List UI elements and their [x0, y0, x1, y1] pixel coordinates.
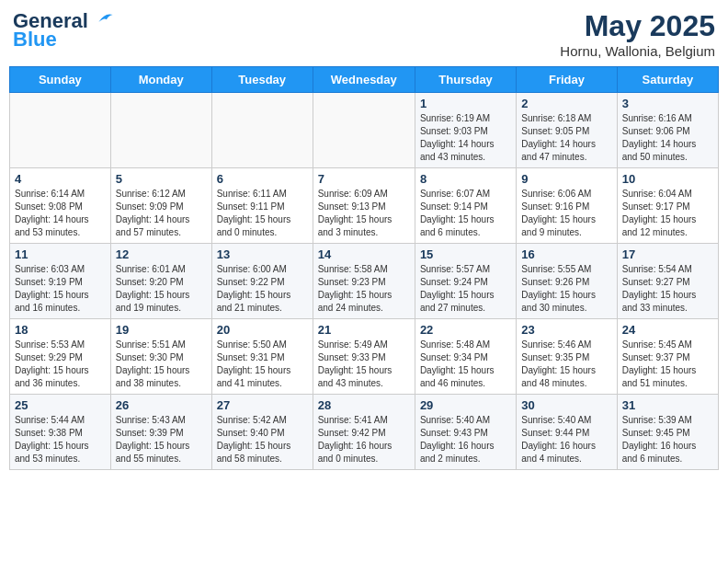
weekday-header-row: SundayMondayTuesdayWednesdayThursdayFrid… [10, 67, 719, 93]
day-info: Sunrise: 5:40 AM Sunset: 9:44 PM Dayligh… [521, 414, 611, 465]
calendar-day-cell: 7Sunrise: 6:09 AM Sunset: 9:13 PM Daylig… [313, 168, 415, 244]
day-info: Sunrise: 5:43 AM Sunset: 9:39 PM Dayligh… [116, 414, 207, 465]
day-info: Sunrise: 5:40 AM Sunset: 9:43 PM Dayligh… [420, 414, 511, 465]
day-info: Sunrise: 6:11 AM Sunset: 9:11 PM Dayligh… [217, 188, 308, 239]
page-header: General Blue May 2025 Hornu, Wallonia, B… [9, 9, 719, 59]
logo-bird-icon [96, 9, 114, 28]
calendar-day-cell [110, 93, 211, 168]
calendar-day-cell: 24Sunrise: 5:45 AM Sunset: 9:37 PM Dayli… [617, 319, 718, 395]
day-number: 14 [318, 247, 410, 261]
day-info: Sunrise: 5:50 AM Sunset: 9:31 PM Dayligh… [217, 339, 308, 390]
day-number: 18 [15, 323, 106, 337]
day-info: Sunrise: 5:58 AM Sunset: 9:23 PM Dayligh… [318, 263, 410, 315]
calendar-day-cell: 5Sunrise: 6:12 AM Sunset: 9:09 PM Daylig… [110, 168, 211, 244]
calendar-day-cell: 14Sunrise: 5:58 AM Sunset: 9:23 PM Dayli… [313, 244, 415, 319]
day-number: 31 [622, 398, 713, 412]
calendar-day-cell: 27Sunrise: 5:42 AM Sunset: 9:40 PM Dayli… [211, 395, 313, 470]
day-info: Sunrise: 6:14 AM Sunset: 9:08 PM Dayligh… [15, 188, 106, 239]
day-number: 3 [622, 97, 713, 110]
calendar-day-cell [10, 93, 111, 168]
month-year-title: May 2025 [560, 9, 715, 43]
day-number: 21 [318, 323, 410, 337]
calendar-day-cell: 21Sunrise: 5:49 AM Sunset: 9:33 PM Dayli… [313, 319, 415, 395]
logo: General Blue [13, 9, 114, 50]
calendar-week-row: 4Sunrise: 6:14 AM Sunset: 9:08 PM Daylig… [10, 168, 719, 244]
weekday-header-cell: Saturday [617, 67, 718, 93]
day-number: 13 [217, 247, 308, 261]
day-number: 12 [116, 247, 207, 261]
day-info: Sunrise: 6:04 AM Sunset: 9:17 PM Dayligh… [622, 188, 713, 239]
day-number: 11 [15, 247, 106, 261]
calendar-day-cell: 26Sunrise: 5:43 AM Sunset: 9:39 PM Dayli… [110, 395, 211, 470]
calendar-day-cell: 3Sunrise: 6:16 AM Sunset: 9:06 PM Daylig… [617, 93, 718, 168]
title-block: May 2025 Hornu, Wallonia, Belgium [560, 9, 715, 59]
day-info: Sunrise: 6:12 AM Sunset: 9:09 PM Dayligh… [116, 188, 207, 239]
day-info: Sunrise: 6:01 AM Sunset: 9:20 PM Dayligh… [116, 263, 207, 315]
day-info: Sunrise: 6:03 AM Sunset: 9:19 PM Dayligh… [15, 263, 106, 315]
day-number: 5 [116, 172, 207, 186]
calendar-day-cell: 1Sunrise: 6:19 AM Sunset: 9:03 PM Daylig… [415, 93, 516, 168]
day-number: 28 [318, 398, 410, 412]
calendar-day-cell: 2Sunrise: 6:18 AM Sunset: 9:05 PM Daylig… [517, 93, 617, 168]
day-number: 10 [622, 172, 713, 186]
day-info: Sunrise: 5:48 AM Sunset: 9:34 PM Dayligh… [420, 339, 511, 390]
calendar-day-cell: 11Sunrise: 6:03 AM Sunset: 9:19 PM Dayli… [10, 244, 111, 319]
day-number: 9 [521, 172, 611, 186]
day-info: Sunrise: 5:51 AM Sunset: 9:30 PM Dayligh… [116, 339, 207, 390]
logo-blue: Blue [13, 29, 114, 50]
calendar-day-cell: 23Sunrise: 5:46 AM Sunset: 9:35 PM Dayli… [517, 319, 617, 395]
calendar-day-cell: 16Sunrise: 5:55 AM Sunset: 9:26 PM Dayli… [517, 244, 617, 319]
day-info: Sunrise: 5:57 AM Sunset: 9:24 PM Dayligh… [420, 263, 511, 315]
day-number: 19 [116, 323, 207, 337]
day-info: Sunrise: 5:55 AM Sunset: 9:26 PM Dayligh… [521, 263, 611, 315]
day-number: 7 [318, 172, 410, 186]
calendar-body: 1Sunrise: 6:19 AM Sunset: 9:03 PM Daylig… [10, 93, 719, 470]
day-number: 17 [622, 247, 713, 261]
location-subtitle: Hornu, Wallonia, Belgium [560, 43, 715, 59]
day-number: 15 [420, 247, 511, 261]
calendar-day-cell: 19Sunrise: 5:51 AM Sunset: 9:30 PM Dayli… [110, 319, 211, 395]
day-info: Sunrise: 5:45 AM Sunset: 9:37 PM Dayligh… [622, 339, 713, 390]
day-info: Sunrise: 5:53 AM Sunset: 9:29 PM Dayligh… [15, 339, 106, 390]
day-number: 29 [420, 398, 511, 412]
day-info: Sunrise: 6:19 AM Sunset: 9:03 PM Dayligh… [420, 112, 511, 164]
day-number: 2 [521, 97, 611, 110]
day-info: Sunrise: 6:06 AM Sunset: 9:16 PM Dayligh… [521, 188, 611, 239]
weekday-header-cell: Sunday [10, 67, 111, 93]
calendar-day-cell: 13Sunrise: 6:00 AM Sunset: 9:22 PM Dayli… [211, 244, 313, 319]
calendar-day-cell: 4Sunrise: 6:14 AM Sunset: 9:08 PM Daylig… [10, 168, 111, 244]
day-info: Sunrise: 6:09 AM Sunset: 9:13 PM Dayligh… [318, 188, 410, 239]
weekday-header-cell: Friday [517, 67, 617, 93]
day-number: 1 [420, 97, 511, 110]
calendar-week-row: 1Sunrise: 6:19 AM Sunset: 9:03 PM Daylig… [10, 93, 719, 168]
calendar-day-cell [211, 93, 313, 168]
calendar-day-cell: 28Sunrise: 5:41 AM Sunset: 9:42 PM Dayli… [313, 395, 415, 470]
day-number: 23 [521, 323, 611, 337]
day-number: 6 [217, 172, 308, 186]
day-info: Sunrise: 5:46 AM Sunset: 9:35 PM Dayligh… [521, 339, 611, 390]
weekday-header-cell: Monday [110, 67, 211, 93]
calendar-day-cell: 18Sunrise: 5:53 AM Sunset: 9:29 PM Dayli… [10, 319, 111, 395]
calendar-week-row: 18Sunrise: 5:53 AM Sunset: 9:29 PM Dayli… [10, 319, 719, 395]
calendar-day-cell [313, 93, 415, 168]
day-number: 16 [521, 247, 611, 261]
calendar-day-cell: 15Sunrise: 5:57 AM Sunset: 9:24 PM Dayli… [415, 244, 516, 319]
day-info: Sunrise: 5:41 AM Sunset: 9:42 PM Dayligh… [318, 414, 410, 465]
calendar-day-cell: 29Sunrise: 5:40 AM Sunset: 9:43 PM Dayli… [415, 395, 516, 470]
day-number: 30 [521, 398, 611, 412]
day-info: Sunrise: 6:00 AM Sunset: 9:22 PM Dayligh… [217, 263, 308, 315]
day-number: 26 [116, 398, 207, 412]
calendar-week-row: 25Sunrise: 5:44 AM Sunset: 9:38 PM Dayli… [10, 395, 719, 470]
day-number: 8 [420, 172, 511, 186]
calendar-day-cell: 17Sunrise: 5:54 AM Sunset: 9:27 PM Dayli… [617, 244, 718, 319]
weekday-header-cell: Thursday [415, 67, 516, 93]
weekday-header-cell: Wednesday [313, 67, 415, 93]
day-info: Sunrise: 6:16 AM Sunset: 9:06 PM Dayligh… [622, 112, 713, 164]
day-info: Sunrise: 5:42 AM Sunset: 9:40 PM Dayligh… [217, 414, 308, 465]
day-number: 20 [217, 323, 308, 337]
calendar-day-cell: 31Sunrise: 5:39 AM Sunset: 9:45 PM Dayli… [617, 395, 718, 470]
calendar-table: SundayMondayTuesdayWednesdayThursdayFrid… [9, 66, 719, 470]
calendar-day-cell: 30Sunrise: 5:40 AM Sunset: 9:44 PM Dayli… [517, 395, 617, 470]
day-number: 25 [15, 398, 106, 412]
calendar-day-cell: 12Sunrise: 6:01 AM Sunset: 9:20 PM Dayli… [110, 244, 211, 319]
